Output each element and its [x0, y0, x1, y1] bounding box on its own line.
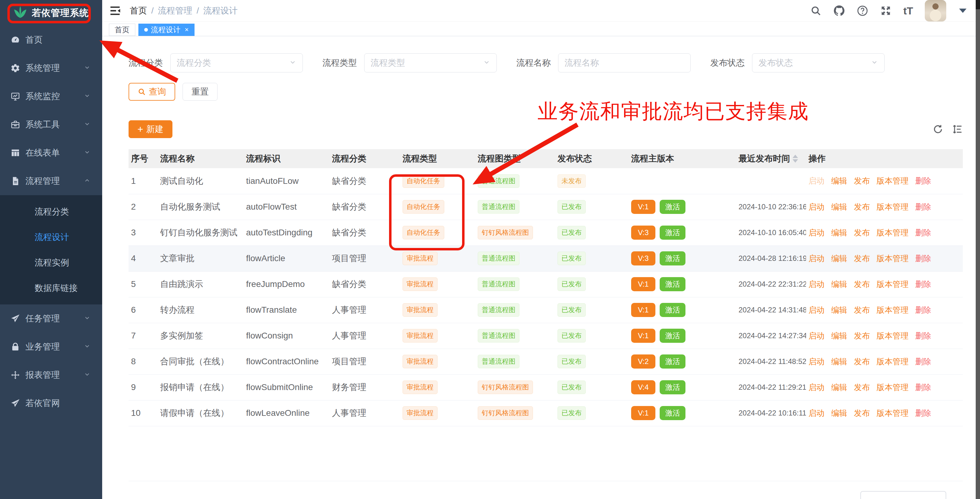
action-发布[interactable]: 发布 [854, 175, 870, 186]
sidebar-item-db-link[interactable]: 数据库链接 [0, 275, 102, 301]
sidebar-item-business-mgmt[interactable]: 业务管理 [0, 333, 102, 361]
action-发布[interactable]: 发布 [854, 330, 870, 341]
search-button[interactable]: 查询 [129, 83, 175, 100]
action-版本管理[interactable]: 版本管理 [877, 279, 908, 290]
action-版本管理[interactable]: 版本管理 [877, 356, 908, 367]
sort-desc-icon[interactable] [792, 159, 798, 163]
tab-流程设计[interactable]: 流程设计× [138, 24, 194, 36]
filter-select-1[interactable]: 流程类型 [364, 53, 497, 72]
filter-text-input[interactable] [565, 58, 684, 68]
breadcrumb-item[interactable]: 首页 [130, 5, 147, 17]
tab-首页[interactable]: 首页 [109, 24, 135, 36]
action-发布[interactable]: 发布 [854, 253, 870, 264]
sidebar-item-system-tools[interactable]: 系统工具 [0, 110, 102, 139]
action-启动[interactable]: 启动 [808, 202, 824, 212]
action-启动[interactable]: 启动 [808, 175, 824, 186]
create-button[interactable]: + 新建 [129, 120, 172, 138]
action-删除[interactable]: 删除 [915, 279, 931, 290]
sidebar-item-report-mgmt[interactable]: 报表管理 [0, 361, 102, 389]
search-icon[interactable] [810, 5, 822, 17]
action-编辑[interactable]: 编辑 [831, 356, 847, 367]
sort-carets-icon[interactable] [792, 155, 798, 163]
action-启动[interactable]: 启动 [808, 305, 824, 316]
version-badge[interactable]: V:1 [631, 303, 655, 317]
action-发布[interactable]: 发布 [854, 279, 870, 290]
filter-select-3[interactable]: 发布状态 [752, 53, 885, 72]
version-badge[interactable]: V:3 [631, 226, 655, 240]
active-badge[interactable]: 激活 [660, 200, 686, 214]
action-编辑[interactable]: 编辑 [831, 175, 847, 186]
action-编辑[interactable]: 编辑 [831, 382, 847, 393]
sidebar-item-online-forms[interactable]: 在线表单 [0, 139, 102, 167]
user-avatar[interactable] [925, 0, 946, 21]
version-badge[interactable]: V:1 [631, 200, 655, 214]
fullscreen-icon[interactable] [880, 5, 892, 17]
sidebar-item-process-mgmt[interactable]: 流程管理 [0, 167, 102, 195]
active-badge[interactable]: 激活 [660, 406, 686, 420]
action-版本管理[interactable]: 版本管理 [877, 175, 908, 186]
action-发布[interactable]: 发布 [854, 408, 870, 419]
tab-close-icon[interactable]: × [185, 26, 189, 34]
version-badge[interactable]: V:4 [631, 380, 655, 394]
action-发布[interactable]: 发布 [854, 227, 870, 238]
active-badge[interactable]: 激活 [660, 251, 686, 265]
action-版本管理[interactable]: 版本管理 [877, 408, 908, 419]
action-编辑[interactable]: 编辑 [831, 330, 847, 341]
sidebar-item-process-instance[interactable]: 流程实例 [0, 250, 102, 275]
github-icon[interactable] [833, 5, 845, 17]
window-scrollbar[interactable] [976, 0, 980, 499]
action-启动[interactable]: 启动 [808, 408, 824, 419]
app-logo[interactable]: 若依管理系统 [0, 0, 102, 26]
active-badge[interactable]: 激活 [660, 226, 686, 240]
action-编辑[interactable]: 编辑 [831, 253, 847, 264]
action-发布[interactable]: 发布 [854, 382, 870, 393]
action-版本管理[interactable]: 版本管理 [877, 330, 908, 341]
version-badge[interactable]: V:1 [631, 277, 655, 291]
column-settings-icon[interactable] [952, 124, 963, 134]
action-启动[interactable]: 启动 [808, 330, 824, 341]
sortable-header[interactable]: 最近发布时间 [738, 153, 798, 164]
action-删除[interactable]: 删除 [915, 408, 931, 419]
action-删除[interactable]: 删除 [915, 253, 931, 264]
sidebar-item-process-design[interactable]: 流程设计 [0, 224, 102, 250]
version-badge[interactable]: V:1 [631, 329, 655, 343]
action-版本管理[interactable]: 版本管理 [877, 202, 908, 212]
action-启动[interactable]: 启动 [808, 382, 824, 393]
action-发布[interactable]: 发布 [854, 356, 870, 367]
action-版本管理[interactable]: 版本管理 [877, 253, 908, 264]
action-发布[interactable]: 发布 [854, 305, 870, 316]
action-发布[interactable]: 发布 [854, 202, 870, 212]
version-badge[interactable]: V:3 [631, 251, 655, 265]
sidebar-item-task-mgmt[interactable]: 任务管理 [0, 305, 102, 333]
action-启动[interactable]: 启动 [808, 253, 824, 264]
sidebar-item-system-monitor[interactable]: 系统监控 [0, 82, 102, 110]
refresh-icon[interactable] [933, 124, 943, 134]
sidebar-item-process-category[interactable]: 流程分类 [0, 199, 102, 224]
sidebar-item-home[interactable]: 首页 [0, 26, 102, 54]
action-版本管理[interactable]: 版本管理 [877, 227, 908, 238]
action-删除[interactable]: 删除 [915, 175, 931, 186]
action-编辑[interactable]: 编辑 [831, 408, 847, 419]
action-删除[interactable]: 删除 [915, 382, 931, 393]
action-编辑[interactable]: 编辑 [831, 202, 847, 212]
action-编辑[interactable]: 编辑 [831, 279, 847, 290]
version-badge[interactable]: V:2 [631, 354, 655, 368]
filter-input-2[interactable] [558, 53, 690, 72]
active-badge[interactable]: 激活 [660, 380, 686, 394]
action-删除[interactable]: 删除 [915, 356, 931, 367]
pagination-select[interactable] [860, 491, 946, 499]
action-版本管理[interactable]: 版本管理 [877, 305, 908, 316]
sidebar-item-system-admin[interactable]: 系统管理 [0, 54, 102, 82]
sidebar-collapse-icon[interactable] [109, 5, 121, 17]
help-icon[interactable] [857, 5, 868, 17]
action-删除[interactable]: 删除 [915, 202, 931, 212]
action-编辑[interactable]: 编辑 [831, 305, 847, 316]
filter-select-0[interactable]: 流程分类 [170, 53, 303, 72]
action-启动[interactable]: 启动 [808, 227, 824, 238]
action-删除[interactable]: 删除 [915, 227, 931, 238]
active-badge[interactable]: 激活 [660, 277, 686, 291]
version-badge[interactable]: V:1 [631, 406, 655, 420]
reset-button[interactable]: 重置 [183, 83, 218, 100]
breadcrumb-item[interactable]: 流程设计 [204, 5, 238, 17]
active-badge[interactable]: 激活 [660, 354, 686, 368]
